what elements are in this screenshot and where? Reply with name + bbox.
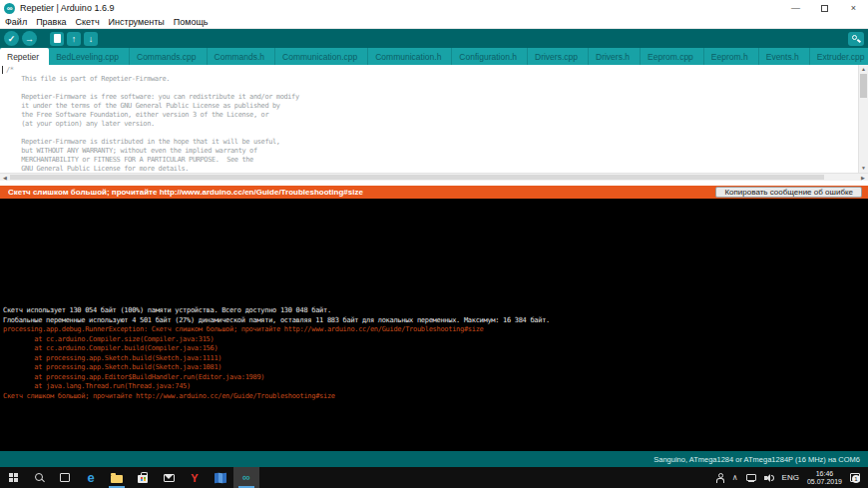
folder-icon <box>111 475 123 483</box>
code-line: GNU General Public License for more deta… <box>6 165 858 173</box>
editor-tab[interactable]: Commands.cpp <box>130 48 208 65</box>
taskbar-mail[interactable] <box>156 467 182 488</box>
editor-tab[interactable]: Eeprom.cpp <box>641 48 704 65</box>
open-sketch-button[interactable]: ↑ <box>67 32 81 46</box>
notification-icon: 1 <box>850 473 860 482</box>
menu-item[interactable]: Файл <box>5 17 27 27</box>
tab-label: Drivers.h <box>596 52 630 62</box>
editor-tab[interactable]: Events.h <box>759 48 810 65</box>
toolbar: ✓ → ↑ ↓ <box>0 29 868 48</box>
code-line: but WITHOUT ANY WARRANTY; without even t… <box>6 147 858 156</box>
map-icon <box>215 473 226 483</box>
editor-tab[interactable]: Repetier <box>0 48 49 65</box>
vertical-scrollbar[interactable]: ▲ ▼ <box>858 65 868 173</box>
verify-button[interactable]: ✓ <box>4 31 19 46</box>
scroll-down-icon[interactable]: ▼ <box>859 164 868 173</box>
code-editor[interactable]: /* This file is part of Repetier-Firmwar… <box>0 65 858 173</box>
editor-tab[interactable]: Eeprom.h <box>704 48 759 65</box>
title-bar: ∞ Repetier | Arduino 1.6.9 — × <box>0 0 868 16</box>
menu-item[interactable]: Правка <box>36 17 66 27</box>
code-line: Repetier-Firmware is free software: you … <box>6 93 858 102</box>
taskbar-maps[interactable] <box>208 467 233 488</box>
taskbar-edge[interactable]: e <box>78 467 104 488</box>
date: 05.07.2019 <box>807 478 842 486</box>
code-line: the Free Software Foundation, either ver… <box>6 111 858 120</box>
scroll-left-icon[interactable]: ◀ <box>0 174 10 181</box>
tab-label: Drivers.cpp <box>535 52 578 62</box>
editor-tab[interactable]: Communication.cpp <box>275 48 368 65</box>
console-line: at processing.app.Sketch.build(Sketch.ja… <box>3 363 868 373</box>
tab-label: Events.h <box>766 52 799 62</box>
close-button[interactable]: × <box>839 0 868 16</box>
time: 16:46 <box>807 470 842 478</box>
status-bar: Sanguino, ATmega1284 or ATmega1284P (16 … <box>0 451 868 467</box>
tab-label: Eeprom.h <box>711 52 748 62</box>
store-bag-icon <box>138 475 148 483</box>
maximize-button[interactable] <box>810 0 839 16</box>
menu-item[interactable]: Инструменты <box>109 17 165 27</box>
tab-strip: Repetier BedLeveling.cpp Commands.cpp Co… <box>0 48 868 65</box>
minimize-button[interactable]: — <box>781 0 810 16</box>
taskbar-file-explorer[interactable] <box>104 467 130 488</box>
editor-tab[interactable]: Drivers.h <box>589 48 641 65</box>
arrow-right-icon: → <box>25 34 34 44</box>
taskbar-yandex-browser[interactable]: Y <box>182 467 208 488</box>
horizontal-scrollbar[interactable]: ◀ ▶ <box>0 173 868 181</box>
windows-logo-icon <box>9 473 18 482</box>
tab-label: BedLeveling.cpp <box>56 52 119 62</box>
system-tray: ∧ ENG 16:46 05.07.2019 1 <box>711 467 868 488</box>
text-caret <box>2 66 3 74</box>
chevron-up-icon: ∧ <box>732 473 738 482</box>
code-line: /* <box>6 66 858 75</box>
editor-tab[interactable]: Commands.h <box>208 48 276 65</box>
editor-tab[interactable]: Drivers.cpp <box>528 48 589 65</box>
menu-item[interactable]: Скетч <box>76 17 100 27</box>
scrollbar-thumb[interactable] <box>860 74 867 98</box>
scroll-right-icon[interactable]: ▶ <box>858 174 868 181</box>
taskbar: e Y ∞ ∧ <box>0 467 868 488</box>
new-sketch-button[interactable] <box>50 32 64 46</box>
menu-item[interactable]: Помощь <box>174 17 209 27</box>
console-line: at cc.arduino.Compiler.build(Compiler.ja… <box>3 344 868 354</box>
scroll-up-icon[interactable]: ▲ <box>859 65 868 74</box>
tab-label: Eeprom.cpp <box>648 52 693 62</box>
edge-icon: e <box>87 471 94 484</box>
save-sketch-button[interactable]: ↓ <box>84 32 98 46</box>
scrollbar-thumb[interactable] <box>10 175 824 180</box>
task-view-button[interactable] <box>52 467 78 488</box>
tray-overflow-button[interactable]: ∧ <box>728 467 742 488</box>
taskbar-store[interactable] <box>130 467 156 488</box>
maximize-icon <box>821 5 828 12</box>
console-line: at cc.arduino.Compiler.size(Compiler.jav… <box>3 335 868 345</box>
upload-button[interactable]: → <box>22 31 37 46</box>
editor-tab[interactable]: BedLeveling.cpp <box>49 48 130 65</box>
start-button[interactable] <box>0 467 26 488</box>
tab-label: Communication.cpp <box>282 52 357 62</box>
tab-label: Repetier <box>7 52 39 62</box>
code-line <box>6 84 858 93</box>
editor-tab[interactable]: Configuration.h <box>452 48 528 65</box>
person-icon <box>715 473 724 482</box>
editor-tab[interactable]: Communication.h <box>368 48 452 65</box>
volume-tray-button[interactable] <box>760 467 778 488</box>
editor-tab[interactable]: Extruder.cpp <box>810 48 868 65</box>
language-indicator[interactable]: ENG <box>778 467 803 488</box>
code-line: This file is part of Repetier-Firmware. <box>6 75 858 84</box>
taskbar-search-button[interactable] <box>26 467 52 488</box>
network-tray-button[interactable] <box>742 467 760 488</box>
copy-error-button[interactable]: Копировать сообщение об ошибке <box>715 187 862 198</box>
serial-monitor-button[interactable] <box>848 32 864 46</box>
people-tray-button[interactable] <box>711 467 728 488</box>
document-icon <box>54 34 61 43</box>
taskbar-arduino[interactable]: ∞ <box>233 467 259 488</box>
tab-label: Communication.h <box>375 52 441 62</box>
magnifier-icon <box>852 35 857 40</box>
console-line: processing.app.debug.RunnerException: Ск… <box>3 325 868 335</box>
clock[interactable]: 16:46 05.07.2019 <box>803 467 846 488</box>
action-center-button[interactable]: 1 <box>846 467 868 488</box>
console-output: Скетч использует 130 054 байт (100%) пам… <box>0 199 868 451</box>
code-line: MERCHANTABILITY or FITNESS FOR A PARTICU… <box>6 156 858 165</box>
error-message: Скетч слишком большой; прочитайте http:/… <box>8 188 363 197</box>
envelope-icon <box>164 474 175 482</box>
tab-label: Commands.h <box>215 52 265 62</box>
